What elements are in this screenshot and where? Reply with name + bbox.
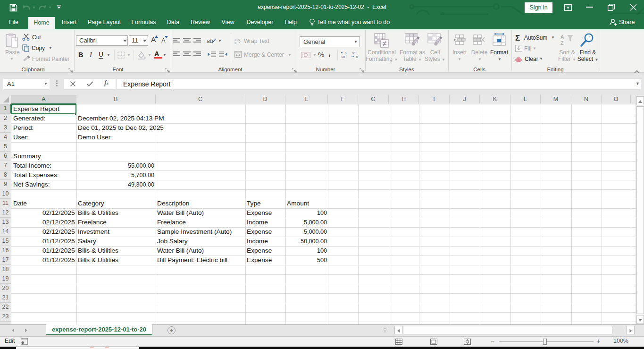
svg-text:Z: Z <box>560 40 564 46</box>
svg-text:ab: ab <box>207 38 213 44</box>
svg-text:.0: .0 <box>344 51 347 55</box>
svg-text:.00: .00 <box>351 51 355 55</box>
svg-text:c: c <box>234 41 236 44</box>
svg-text:A: A <box>560 34 564 40</box>
svg-text:.0: .0 <box>355 55 358 59</box>
svg-text:.00: .00 <box>341 55 345 59</box>
